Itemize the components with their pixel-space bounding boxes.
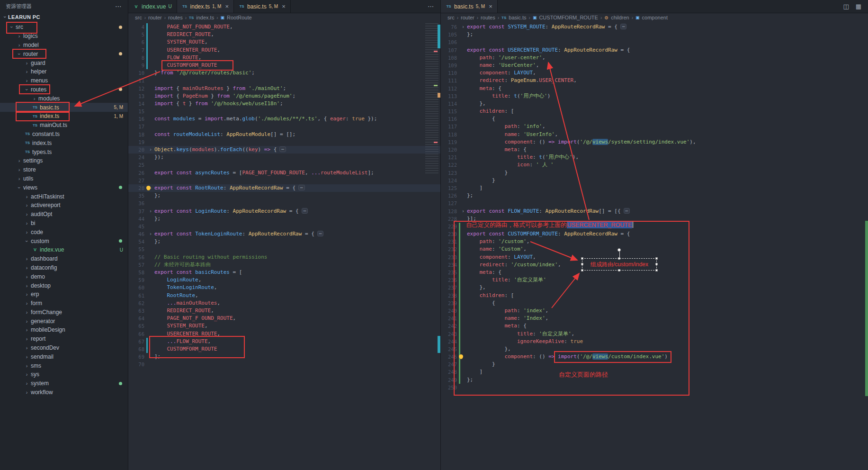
tree-item-desktop[interactable]: ›desktop: [0, 281, 128, 290]
folded-code-ellipsis[interactable]: ⋯: [302, 208, 308, 214]
tab-index.vue[interactable]: Vindex.vueU: [128, 0, 177, 13]
tab-basic.ts[interactable]: TSbasic.ts5, M×: [441, 0, 498, 13]
tree-item-sys[interactable]: ›sys: [0, 370, 128, 379]
breadcrumb-item-RootRoute[interactable]: RootRoute: [227, 15, 252, 20]
code-line-70[interactable]: 70: [128, 361, 440, 368]
tree-item-types.ts[interactable]: TStypes.ts: [0, 147, 128, 156]
breadcrumb-item-src[interactable]: src: [447, 15, 455, 20]
lightbulb-icon[interactable]: [146, 186, 151, 190]
code-line-7[interactable]: 7 USERCENTER_ROUTE,: [128, 46, 440, 54]
tree-item-form[interactable]: ›form: [0, 299, 128, 308]
folded-code-ellipsis[interactable]: ⋯: [624, 208, 630, 214]
code-line-125[interactable]: 125 ]: [441, 184, 868, 192]
tree-item-custom[interactable]: ›custom: [0, 236, 128, 245]
code-line-11[interactable]: 11: [128, 77, 440, 84]
code-line-128[interactable]: 128›export const FLOW_ROUTE: AppRouteRec…: [441, 208, 868, 215]
tree-item-guard[interactable]: ›guard: [0, 58, 128, 67]
tree-item-router[interactable]: ›router: [0, 49, 128, 58]
code-line-231[interactable]: 231 path: '/custom',: [441, 238, 868, 245]
code-line-244[interactable]: 244 ignoreKeepAlive: true: [441, 338, 868, 345]
code-line-45[interactable]: 45: [128, 223, 440, 230]
tab-basic.ts[interactable]: TSbasic.ts5, M×: [234, 0, 291, 13]
code-line-242[interactable]: 242 meta: {: [441, 322, 868, 330]
code-line-106[interactable]: 106: [441, 38, 868, 46]
code-line-127[interactable]: 127: [441, 199, 868, 207]
code-line-109[interactable]: 109 name: 'UserCenter',: [441, 62, 868, 69]
tree-item-actHiTaskinst[interactable]: ›actHiTaskinst: [0, 192, 128, 201]
code-line-13[interactable]: 13import { PageEnum } from '/@/enums/pag…: [128, 92, 440, 100]
breadcrumb-item-routes[interactable]: routes: [168, 15, 183, 20]
breadcrumb-item-index.ts[interactable]: index.ts: [196, 15, 214, 20]
code-line-246[interactable]: 246 component: () => import('/@/views/cu…: [441, 353, 868, 361]
close-icon[interactable]: ×: [225, 3, 229, 10]
tree-item-settings[interactable]: ›settings: [0, 156, 128, 165]
code-line-46[interactable]: 46›export const TokenLoginRoute: AppRout…: [128, 230, 440, 238]
fold-chevron-icon[interactable]: ›: [460, 23, 466, 31]
code-line-4[interactable]: 4 PAGE_NOT_FOUND_ROUTE,: [128, 23, 440, 31]
code-line-19[interactable]: 19: [128, 138, 440, 146]
code-line-24[interactable]: 24});: [128, 154, 440, 161]
tree-item-sms[interactable]: ›sms: [0, 361, 128, 370]
code-line-238[interactable]: 238 children: [: [441, 292, 868, 299]
code-editor[interactable]: 4 PAGE_NOT_FOUND_ROUTE,5 REDIRECT_ROUTE,…: [128, 22, 440, 470]
code-line-108[interactable]: 108 path: '/user-center',: [441, 54, 868, 62]
tab-index.ts[interactable]: TSindex.ts1, M×: [177, 0, 234, 13]
code-line-249[interactable]: 249};: [441, 376, 868, 384]
tree-item-basic.ts[interactable]: TSbasic.ts5, M: [0, 103, 128, 112]
tree-item-sendmail[interactable]: ›sendmail: [0, 352, 128, 361]
project-root[interactable]: › LEARUN PC: [0, 12, 128, 22]
breadcrumb-item-basic.ts[interactable]: basic.ts: [509, 15, 526, 20]
code-line-236[interactable]: 236 title: '自定义菜单': [441, 276, 868, 284]
tree-item-store[interactable]: ›store: [0, 165, 128, 174]
code-line-20[interactable]: 20›Object.keys(modules).forEach((key) =>…: [128, 146, 440, 154]
code-line-248[interactable]: 248 ]: [441, 368, 868, 376]
code-line-126[interactable]: 126};: [441, 192, 868, 199]
tree-item-index.ts[interactable]: TSindex.ts1, M: [0, 112, 128, 121]
tree-item-secondDev[interactable]: ›secondDev: [0, 343, 128, 352]
code-line-119[interactable]: 119 component: () => import('/@/views/sy…: [441, 138, 868, 146]
code-line-62[interactable]: 62 ...mainOutRoutes,: [128, 299, 440, 307]
code-line-37[interactable]: 37›export const LoginRoute: AppRouteReco…: [128, 208, 440, 215]
code-line-105[interactable]: 105};: [441, 31, 868, 38]
code-line-121[interactable]: 121 title: t('用户中心'),: [441, 154, 868, 161]
code-line-243[interactable]: 243 title: '自定义菜单',: [441, 330, 868, 338]
code-line-6[interactable]: 6 SYSTEM_ROUTE,: [128, 38, 440, 46]
breadcrumb-item-children[interactable]: children: [611, 15, 629, 20]
lightbulb-icon[interactable]: [459, 354, 463, 359]
code-line-122[interactable]: 122 icon: ' 人 ': [441, 161, 868, 169]
code-line-230[interactable]: 230export const CUSTOMFORM_ROUTE: AppRou…: [441, 230, 868, 238]
folded-code-ellipsis[interactable]: ⋯: [620, 24, 626, 29]
folded-code-ellipsis[interactable]: ⋯: [317, 231, 323, 236]
code-line-64[interactable]: 64 PAGE_NOT_F OUND_ROUTE,: [128, 315, 440, 322]
code-editor[interactable]: 76›export const SYSTEM_ROUTE: AppRouteRe…: [441, 22, 868, 470]
close-icon[interactable]: ×: [489, 3, 492, 10]
fold-chevron-icon[interactable]: ›: [148, 146, 153, 154]
code-line-59[interactable]: 59 LoginRoute,: [128, 276, 440, 284]
tree-item-constant.ts[interactable]: TSconstant.ts: [0, 130, 128, 139]
code-line-124[interactable]: 124 }: [441, 177, 868, 184]
code-line-69[interactable]: 69];: [128, 353, 440, 361]
code-line-27[interactable]: 27: [128, 177, 440, 184]
folded-code-ellipsis[interactable]: ⋯: [298, 185, 304, 190]
fold-chevron-icon[interactable]: ›: [460, 208, 466, 215]
code-line-58[interactable]: 58export const basicRoutes = [: [128, 269, 440, 276]
code-line-241[interactable]: 241 name: 'Index',: [441, 315, 868, 322]
code-line-16[interactable]: 16const modules = import.meta.glob('./mo…: [128, 115, 440, 123]
code-line-25[interactable]: 25: [128, 161, 440, 169]
code-line-63[interactable]: 63 REDIRECT_ROUTE,: [128, 307, 440, 315]
breadcrumb-item-component[interactable]: component: [642, 15, 668, 20]
code-line-65[interactable]: 65 SYSTEM_ROUTE,: [128, 322, 440, 330]
code-line-8[interactable]: 8 FLOW_ROUTE,: [128, 54, 440, 62]
tree-item-workflow[interactable]: ›workflow: [0, 388, 128, 397]
code-line-17[interactable]: 17: [128, 123, 440, 130]
code-line-55[interactable]: 55: [128, 245, 440, 253]
code-line-239[interactable]: 239 {: [441, 299, 868, 307]
tree-item-helper[interactable]: ›helper: [0, 67, 128, 76]
code-line-118[interactable]: 118 name: 'UserInfo',: [441, 131, 868, 138]
code-line-228[interactable]: 228}];: [441, 215, 868, 223]
code-line-240[interactable]: 240 path: 'index',: [441, 307, 868, 315]
more-actions-icon[interactable]: ⋯: [115, 2, 122, 10]
code-line-5[interactable]: 5 REDIRECT_ROUTE,: [128, 31, 440, 38]
code-line-36[interactable]: 36: [128, 199, 440, 207]
tree-item-src[interactable]: ›src: [0, 23, 128, 32]
